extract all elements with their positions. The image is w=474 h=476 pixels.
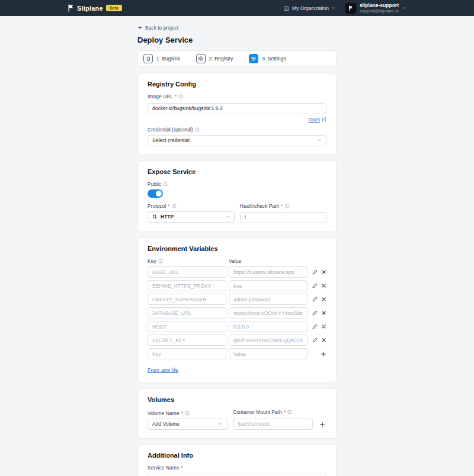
step-settings[interactable]: 3. Settings xyxy=(249,54,286,63)
chevron-down-icon xyxy=(402,6,406,10)
volume-selected-value: Add Volume xyxy=(152,421,180,427)
deploy-service-page: Back to project Deploy Service 1. Bugsin… xyxy=(137,16,337,476)
environment-variables-card: Environment Variables Key Value xyxy=(137,237,337,383)
env-key-input xyxy=(148,321,226,332)
public-toggle[interactable] xyxy=(148,189,163,198)
account-menu[interactable]: sliplane-support support@sliplane.io xyxy=(345,2,406,14)
env-variable-row xyxy=(148,321,326,332)
protocol-label: Protocol * xyxy=(148,203,235,209)
service-name-label: Service Name * xyxy=(148,465,326,471)
info-icon[interactable] xyxy=(185,411,190,416)
expose-service-card: Expose Service Public Protocol * xyxy=(137,160,337,233)
section-heading: Registry Config xyxy=(148,81,326,88)
add-env-row-button[interactable] xyxy=(321,351,326,357)
info-icon[interactable] xyxy=(178,94,183,99)
edit-env-row-button[interactable] xyxy=(312,310,318,316)
edit-env-row-button[interactable] xyxy=(312,324,318,329)
page-title: Deploy Service xyxy=(137,36,337,44)
package-icon xyxy=(196,54,206,63)
env-key-input xyxy=(148,335,226,346)
service-name-input[interactable] xyxy=(148,474,326,476)
env-key-input xyxy=(148,266,226,278)
brand-logo[interactable]: Sliplane Beta xyxy=(68,4,122,12)
remove-env-row-button[interactable] xyxy=(321,283,326,288)
volume-name-select[interactable]: Add Volume xyxy=(148,419,228,430)
info-icon[interactable] xyxy=(287,410,292,414)
env-value-input xyxy=(229,335,308,346)
add-volume-button[interactable] xyxy=(319,422,325,427)
account-email: support@sliplane.io xyxy=(360,8,399,14)
new-env-key-input[interactable] xyxy=(148,348,226,359)
account-name: sliplane-support xyxy=(360,2,399,9)
section-heading: Additional Info xyxy=(148,452,326,459)
step-registry[interactable]: 2. Registry xyxy=(196,54,233,63)
remove-env-row-button[interactable] xyxy=(321,337,326,343)
image-url-label: Image URL * xyxy=(148,94,326,99)
top-navigation-bar: Sliplane Beta My Organization sliplane-s… xyxy=(0,0,474,16)
info-icon[interactable] xyxy=(172,204,177,208)
beta-badge: Beta xyxy=(106,5,122,11)
organization-icon xyxy=(283,5,289,11)
brand-name: Sliplane xyxy=(77,5,103,12)
remove-env-row-button[interactable] xyxy=(321,324,326,329)
env-value-header: Value xyxy=(229,258,308,264)
healthcheck-path-label: Healthcheck Path * xyxy=(240,203,327,209)
env-key-input xyxy=(148,307,226,319)
step-label: 1. Bugsink xyxy=(156,56,180,62)
sort-arrows-icon xyxy=(152,214,157,220)
chevron-down-icon xyxy=(225,214,230,219)
step-label: 2. Registry xyxy=(209,56,233,62)
env-value-input xyxy=(229,307,308,319)
external-link-icon xyxy=(322,117,326,122)
section-heading: Volumes xyxy=(148,396,326,403)
protocol-select[interactable]: HTTP xyxy=(148,211,235,223)
remove-env-row-button[interactable] xyxy=(321,297,326,302)
env-value-input xyxy=(229,321,308,332)
step-bugsink[interactable]: 1. Bugsink xyxy=(143,54,180,63)
sliders-icon xyxy=(249,54,258,63)
from-env-file-link[interactable]: From .env file xyxy=(148,367,178,373)
additional-info-card: Additional Info Service Name * Advanced … xyxy=(137,444,337,476)
env-variable-row xyxy=(148,307,326,319)
back-to-project-link[interactable]: Back to project xyxy=(137,25,178,31)
remove-env-row-button[interactable] xyxy=(321,310,326,316)
info-icon[interactable] xyxy=(195,127,200,132)
env-value-input xyxy=(229,280,308,291)
public-label: Public xyxy=(148,181,326,187)
new-env-value-input[interactable] xyxy=(229,348,308,359)
volume-name-label: Volume Name * xyxy=(148,410,228,416)
account-avatar xyxy=(345,3,356,14)
registry-config-card: Registry Config Image URL * Docs Credent… xyxy=(137,73,337,155)
env-variable-row xyxy=(148,266,326,278)
step-label: 3. Settings xyxy=(262,56,286,62)
organization-menu[interactable]: My Organization xyxy=(283,5,336,11)
env-variable-row xyxy=(148,335,326,346)
env-key-input xyxy=(148,294,226,305)
edit-env-row-button[interactable] xyxy=(312,283,318,288)
edit-env-row-button[interactable] xyxy=(312,297,318,302)
deploy-stepper: 1. Bugsink 2. Registry 3. Settings xyxy=(137,50,337,67)
volumes-card: Volumes Volume Name * Add Volume xyxy=(137,388,337,439)
credential-select[interactable]: Select credential xyxy=(148,135,326,146)
back-arrow-icon xyxy=(137,25,143,30)
env-new-row xyxy=(148,348,326,359)
env-key-header: Key xyxy=(148,258,226,264)
mount-path-input[interactable] xyxy=(233,419,313,430)
info-icon[interactable] xyxy=(163,182,168,186)
chevron-down-icon xyxy=(218,422,223,426)
chevron-down-icon xyxy=(317,138,322,143)
edit-env-row-button[interactable] xyxy=(312,269,318,275)
mount-path-label: Container Mount Path * xyxy=(233,409,313,415)
remove-env-row-button[interactable] xyxy=(321,269,326,275)
edit-env-row-button[interactable] xyxy=(312,337,318,343)
credential-selected-value: Select credential xyxy=(152,137,190,143)
service-icon xyxy=(143,54,153,63)
healthcheck-path-input[interactable] xyxy=(240,212,327,223)
env-key-input xyxy=(148,280,226,291)
env-variable-row xyxy=(148,294,326,305)
info-icon[interactable] xyxy=(158,259,163,263)
docs-link[interactable]: Docs xyxy=(309,117,326,123)
image-url-input[interactable] xyxy=(148,103,326,114)
info-icon[interactable] xyxy=(284,204,289,208)
back-link-label: Back to project xyxy=(145,25,178,31)
